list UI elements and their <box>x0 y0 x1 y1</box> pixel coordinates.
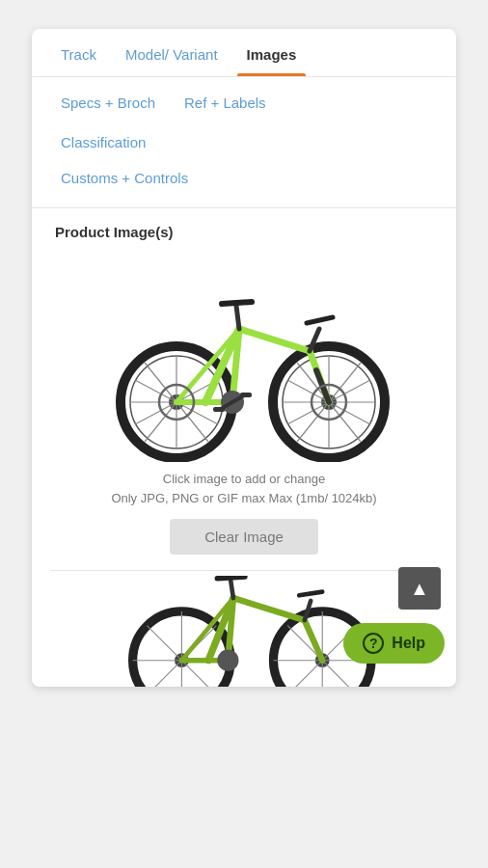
help-label: Help <box>392 635 425 652</box>
tabs-row-4: Customs + Controls <box>32 158 456 208</box>
tabs-row-2: Specs + Broch Ref + Labels <box>32 77 456 121</box>
svg-rect-32 <box>240 393 252 397</box>
tabs-row-3: Classification <box>32 121 456 158</box>
product-image-area[interactable]: Click image to add or change Only JPG, P… <box>32 250 456 570</box>
svg-line-18 <box>239 329 310 351</box>
svg-line-54 <box>299 592 322 596</box>
svg-line-28 <box>222 302 252 304</box>
help-circle-icon: ? <box>363 633 384 654</box>
tab-images[interactable]: Images <box>237 29 307 76</box>
tab-track[interactable]: Track <box>51 29 106 76</box>
tab-specs-broch[interactable]: Specs + Broch <box>51 81 165 121</box>
clear-image-button[interactable]: Clear Image <box>170 519 318 555</box>
phone-container: Track Model/ Variant Images Specs + Broc… <box>0 0 488 868</box>
svg-line-55 <box>230 581 233 598</box>
svg-line-47 <box>233 598 305 620</box>
svg-line-52 <box>305 620 322 661</box>
svg-rect-31 <box>213 407 225 412</box>
tab-classification[interactable]: Classification <box>51 124 155 158</box>
scroll-top-button[interactable]: ▲ <box>398 567 441 610</box>
svg-line-56 <box>217 577 245 579</box>
chevron-up-icon: ▲ <box>410 578 429 600</box>
tab-model-variant[interactable]: Model/ Variant <box>116 29 228 76</box>
image-caption: Click image to add or change Only JPG, P… <box>111 470 376 507</box>
svg-line-26 <box>307 317 333 323</box>
product-image[interactable] <box>90 259 398 462</box>
svg-line-27 <box>236 306 239 329</box>
tab-ref-labels[interactable]: Ref + Labels <box>175 81 276 121</box>
tabs-row-1: Track Model/ Variant Images <box>32 29 456 77</box>
bike-svg <box>90 259 398 462</box>
card: Track Model/ Variant Images Specs + Broc… <box>32 29 456 687</box>
section-title: Product Image(s) <box>32 208 456 250</box>
tab-customs-controls[interactable]: Customs + Controls <box>51 162 198 194</box>
help-button[interactable]: ? Help <box>343 623 445 664</box>
svg-point-57 <box>217 650 238 671</box>
